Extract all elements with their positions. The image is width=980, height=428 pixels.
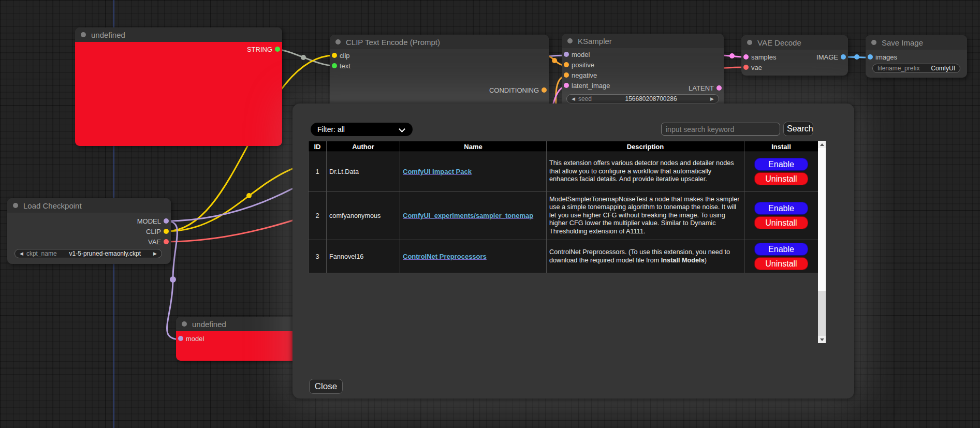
collapse-icon[interactable] [13,203,18,208]
uninstall-button[interactable]: Uninstall [754,216,808,229]
close-button[interactable]: Close [309,379,343,394]
output-slot-image[interactable]: IMAGE [781,52,848,62]
cell-description: This extension offers various detector n… [547,152,744,191]
node-titlebar[interactable]: Save Image [866,35,967,50]
decrement-arrow-icon[interactable]: ◀ [572,95,575,103]
uninstall-button[interactable]: Uninstall [754,172,808,185]
node-save-image[interactable]: Save Image images filename_prefix ComfyU… [866,35,967,78]
enable-button[interactable]: Enable [754,158,808,171]
widget-value[interactable]: ComfyUI [923,65,955,72]
collapse-icon[interactable] [182,321,187,327]
extension-link[interactable]: ComfyUI_experiments/sampler_tonemap [403,212,533,219]
cell-description: ControlNet Preprocessors. (To use this e… [547,240,744,273]
input-slot-images[interactable]: images [866,52,967,62]
output-slot-vae[interactable]: VAE [7,237,171,247]
model-slot-dot-icon[interactable] [564,52,569,57]
widget-value[interactable]: 156680208700286 [595,95,707,102]
vae-slot-dot-icon[interactable] [164,239,169,244]
enable-button[interactable]: Enable [754,202,808,215]
collapse-icon[interactable] [871,40,876,45]
column-header-id: ID [309,141,327,152]
node-undefined-top[interactable]: undefined STRING [75,27,282,146]
increment-arrow-icon[interactable]: ▶ [710,95,714,103]
input-slot-text[interactable]: text [330,61,549,71]
clip-slot-dot-icon[interactable] [164,229,169,234]
cell-id: 1 [309,152,327,191]
slot-label: STRING [247,46,272,53]
scrollbar-thumb[interactable] [818,148,826,291]
extension-link[interactable]: ComfyUI Impact Pack [403,168,472,175]
collapse-icon[interactable] [747,40,752,45]
cell-author: Dr.Lt.Data [327,152,400,191]
slot-label: vae [751,64,762,71]
model-slot-dot-icon[interactable] [164,218,169,224]
extension-link[interactable]: ControlNet Preprocessors [403,253,487,260]
image-slot-dot-icon[interactable] [841,54,846,60]
scrollbar-down-icon[interactable] [818,336,826,343]
table-scrollbar[interactable] [818,141,826,343]
vae-slot-dot-icon[interactable] [743,65,749,70]
collapse-icon[interactable] [567,38,573,43]
input-slot-positive[interactable]: positive [562,60,724,70]
node-vae-decode[interactable]: VAE Decode samples vae IMAGE [741,35,848,76]
conditioning-slot-dot-icon[interactable] [564,72,569,78]
node-titlebar[interactable]: KSampler [562,34,724,48]
extensions-table: ID Author Name Description Install 1 Dr.… [308,141,818,273]
decrement-arrow-icon[interactable]: ◀ [20,249,23,258]
output-slot-image[interactable] [781,35,848,46]
table-row: 1 Dr.Lt.Data ComfyUI Impact Pack This ex… [309,152,818,191]
model-slot-dot-icon[interactable] [178,336,183,341]
latent-slot-dot-icon[interactable] [743,54,749,60]
slot-label: VAE [148,238,161,246]
latent-slot-dot-icon[interactable] [716,85,722,91]
node-title-text: KSampler [578,37,612,46]
collapse-icon[interactable] [81,32,86,37]
output-slot-latent[interactable]: LATENT [652,83,724,93]
text-slot-dot-icon[interactable] [332,63,337,68]
column-header-author: Author [327,141,400,152]
widget-value[interactable]: v1-5-pruned-emaonly.ckpt [60,250,150,257]
node-canvas[interactable]: undefined STRING CLIP Text Encode (Promp… [0,0,980,428]
widget-label: ckpt_name [26,250,57,257]
input-slot-model[interactable]: model [562,49,724,60]
increment-arrow-icon[interactable]: ▶ [153,249,157,258]
search-input[interactable] [661,123,780,136]
node-titlebar[interactable]: CLIP Text Encode (Prompt) [330,35,549,49]
latent-slot-dot-icon[interactable] [564,83,569,88]
scrollbar-up-icon[interactable] [818,141,826,148]
collapse-icon[interactable] [335,39,341,45]
input-slot-negative[interactable]: negative [562,70,724,80]
filename-prefix-widget[interactable]: filename_prefix ComfyUI [872,64,960,73]
input-slot-vae[interactable]: vae [741,62,848,72]
input-slot-clip[interactable]: clip [330,50,549,61]
node-titlebar[interactable]: undefined [75,27,282,42]
cell-description: ModelSamplerTonemapNoiseTest a node that… [547,191,744,240]
node-title-text: undefined [192,320,226,329]
node-title-text: CLIP Text Encode (Prompt) [346,38,440,47]
clip-slot-dot-icon[interactable] [332,53,337,58]
output-slot-string[interactable]: STRING [75,44,282,54]
conditioning-slot-dot-icon[interactable] [564,62,569,67]
filter-select[interactable]: Filter: all [311,123,413,136]
image-slot-dot-icon[interactable] [868,54,873,60]
slot-label: CLIP [146,228,161,235]
uninstall-button[interactable]: Uninstall [754,257,808,270]
table-row: 2 comfyanonymous ComfyUI_experiments/sam… [309,191,818,240]
ckpt-name-widget[interactable]: ◀ ckpt_name v1-5-pruned-emaonly.ckpt ▶ [14,249,162,258]
node-title-text: undefined [91,31,125,39]
output-slot-conditioning[interactable]: CONDITIONING [425,85,549,95]
search-button[interactable]: Search [783,122,813,136]
node-titlebar[interactable]: Load Checkpoint [7,198,171,213]
node-ksampler[interactable]: KSampler model positive negative latent_… [562,34,724,110]
enable-button[interactable]: Enable [754,243,808,256]
string-slot-dot-icon[interactable] [275,47,280,52]
table-header-row: ID Author Name Description Install [309,141,818,152]
output-slot-model[interactable]: MODEL [7,216,171,226]
slot-label: LATENT [689,84,714,92]
node-load-checkpoint[interactable]: Load Checkpoint MODEL CLIP VAE ◀ ckpt_na… [7,198,171,264]
slot-label: model [186,335,204,343]
seed-widget[interactable]: ◀ seed 156680208700286 ▶ [566,94,719,104]
node-title-text: Save Image [882,38,923,47]
output-slot-clip[interactable]: CLIP [7,226,171,237]
conditioning-slot-dot-icon[interactable] [542,87,547,93]
